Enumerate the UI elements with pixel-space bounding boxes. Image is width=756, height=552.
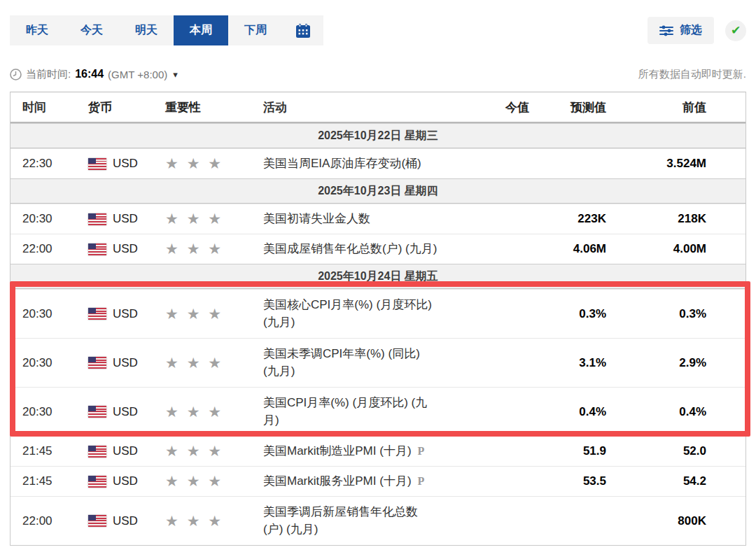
preliminary-icon: P [418,475,425,488]
event-title[interactable]: 美国核心CPI月率(%) (月度环比) (九月) [263,297,432,331]
usd-flag-icon [88,446,106,458]
event-title[interactable]: 美国Markit制造业PMI (十月) [263,443,412,460]
economic-calendar-table: 时间 货币 重要性 活动 今值 预测值 前值 2025年10月22日 星期三 2… [10,92,746,546]
event-cell: 美国Markit服务业PMI (十月) P [263,473,473,490]
event-cell: 美国核心CPI月率(%) (月度环比) (九月) [263,297,473,331]
usd-flag-icon [88,158,106,170]
forecast-value: 53.5 [529,474,606,488]
importance-stars: ★ ★ ★ [165,355,263,371]
event-row[interactable]: 21:45 USD ★ ★ ★ 美国Markit制造业PMI (十月) P 51… [10,436,746,466]
event-cell: 美国未季调CPI年率(%) (同比) (九月) [263,346,473,380]
currency-cell: USD [88,212,165,226]
event-cell: 美国当周EIA原油库存变动(桶) [263,155,473,173]
importance-stars: ★ ★ ★ [165,443,263,460]
filter-button[interactable]: 筛选 [648,17,714,44]
tab-yesterday[interactable]: 昨天 [10,15,64,45]
importance-stars: ★ ★ ★ [165,404,263,420]
event-time: 20:30 [10,307,88,321]
event-cell: 美国成屋销售年化总数(户) (九月) [263,241,473,258]
event-title[interactable]: 美国当周EIA原油库存变动(桶) [263,155,421,173]
economic-calendar-page: 昨天 今天 明天 本周 下周 [0,0,756,552]
previous-value: 218K [606,212,706,226]
calendar-picker-button[interactable] [283,15,323,45]
timezone-dropdown-button[interactable]: ▾ [172,69,179,80]
date-header-row: 2025年10月24日 星期五 [10,264,746,289]
currency-label: USD [113,474,138,488]
event-title[interactable]: 美国CPI月率(%) (月度环比) (九 月) [263,395,427,429]
tab-today[interactable]: 今天 [64,15,119,45]
previous-value: 2.9% [606,356,706,370]
previous-value: 54.2 [606,474,706,488]
event-row[interactable]: 22:30 USD ★ ★ ★ 美国当周EIA原油库存变动(桶) 3.524M [10,148,746,178]
event-row[interactable]: 20:30 USD ★ ★ ★ 美国核心CPI月率(%) (月度环比) (九月)… [10,289,746,338]
date-label: 2025年10月22日 星期三 [318,129,438,143]
header-currency: 货币 [88,99,165,115]
usd-flag-icon [88,515,106,527]
event-row[interactable]: 22:00 USD ★ ★ ★ 美国成屋销售年化总数(户) (九月) 4.06M… [10,234,746,264]
header-actual: 今值 [473,99,529,115]
filter-sliders-icon [659,24,673,37]
current-time-value: 16:44 [75,68,104,80]
date-range-tabs: 昨天 今天 明天 本周 下周 [10,15,323,45]
event-title[interactable]: 美国成屋销售年化总数(户) (九月) [263,241,437,258]
forecast-value: 3.1% [529,356,606,370]
event-time: 20:30 [10,212,88,226]
usd-flag-icon [88,406,106,418]
event-cell: 美国季调后新屋销售年化总数 (户) (九月) [263,504,473,538]
importance-stars: ★ ★ ★ [165,155,263,172]
tab-tomorrow[interactable]: 明天 [119,15,174,45]
header-previous: 前值 [606,99,706,115]
event-row[interactable]: 22:00 USD ★ ★ ★ 美国季调后新屋销售年化总数 (户) (九月) 8… [10,496,746,545]
header-event: 活动 [263,99,473,115]
currency-label: USD [113,242,138,256]
auto-update-note: 所有数据自动即时更新. [638,68,746,81]
currency-label: USD [113,307,138,321]
forecast-value: 0.3% [529,307,606,321]
filter-applied-check-icon[interactable]: ✔ [725,20,746,41]
usd-flag-icon [88,308,106,320]
currency-cell: USD [88,307,165,321]
tab-this-week[interactable]: 本周 [174,15,228,45]
usd-flag-icon [88,357,106,369]
currency-label: USD [113,405,138,419]
topbar: 昨天 今天 明天 本周 下周 [10,15,746,45]
currency-label: USD [113,356,138,370]
event-title[interactable]: 美国未季调CPI年率(%) (同比) (九月) [263,346,420,380]
event-title[interactable]: 美国初请失业金人数 [263,211,370,228]
event-cell: 美国初请失业金人数 [263,211,473,228]
header-forecast: 预测值 [529,99,606,115]
event-time: 22:00 [10,242,88,256]
currency-cell: USD [88,356,165,370]
time-row: 当前时间:16:44 (GMT +8:00) ▾ 所有数据自动即时更新. [10,66,746,83]
currency-label: USD [113,514,138,528]
clock-icon [10,69,22,80]
date-label: 2025年10月24日 星期五 [318,269,438,284]
event-title[interactable]: 美国Markit服务业PMI (十月) [263,473,412,490]
currency-cell: USD [88,444,165,458]
filter-label: 筛选 [680,23,702,38]
usd-flag-icon [88,243,106,255]
usd-flag-icon [88,476,106,488]
currency-label: USD [113,212,138,226]
current-time-group: 当前时间:16:44 (GMT +8:00) ▾ [10,68,179,81]
importance-stars: ★ ★ ★ [165,513,263,530]
currency-label: USD [113,157,138,171]
tab-next-week[interactable]: 下周 [228,15,283,45]
preliminary-icon: P [418,445,425,458]
event-title[interactable]: 美国季调后新屋销售年化总数 (户) (九月) [263,504,418,538]
event-row[interactable]: 20:30 USD ★ ★ ★ 美国CPI月率(%) (月度环比) (九 月) … [10,387,746,436]
previous-value: 800K [606,514,706,528]
date-header-row: 2025年10月22日 星期三 [10,123,746,148]
event-time: 22:30 [10,157,88,171]
event-row[interactable]: 21:45 USD ★ ★ ★ 美国Markit服务业PMI (十月) P 53… [10,466,746,496]
currency-cell: USD [88,514,165,528]
event-row[interactable]: 20:30 USD ★ ★ ★ 美国未季调CPI年率(%) (同比) (九月) … [10,338,746,387]
header-importance: 重要性 [165,99,263,115]
forecast-value: 0.4% [529,405,606,419]
previous-value: 52.0 [606,444,706,458]
event-time: 20:30 [10,356,88,370]
event-row[interactable]: 20:30 USD ★ ★ ★ 美国初请失业金人数 223K 218K [10,204,746,234]
event-cell: 美国Markit制造业PMI (十月) P [263,443,473,460]
currency-cell: USD [88,242,165,256]
usd-flag-icon [88,213,106,225]
